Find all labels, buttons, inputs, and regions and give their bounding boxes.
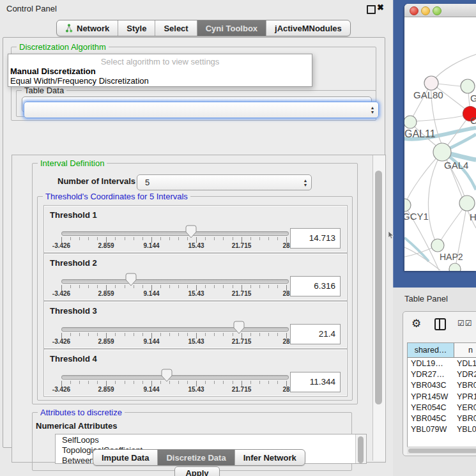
threshold-1-value-field[interactable]: 14.713 bbox=[290, 228, 341, 249]
tick-label: 9.144 bbox=[143, 386, 159, 393]
node-label-hap2: HAP2 bbox=[440, 252, 463, 262]
tab-network[interactable]: Network bbox=[57, 20, 118, 36]
tick-label: 2.859 bbox=[98, 386, 114, 393]
tick-label: -3.426 bbox=[52, 242, 70, 249]
table-row[interactable]: YDR27… YDR2 bbox=[408, 369, 476, 380]
tab-jactivemnodules[interactable]: jActiveMNodules bbox=[266, 20, 350, 36]
node-label-gal4: GAL4 bbox=[444, 160, 468, 171]
node-gcy1[interactable] bbox=[404, 199, 411, 211]
apply-button[interactable]: Apply bbox=[174, 466, 220, 476]
node-top-right[interactable] bbox=[461, 79, 475, 93]
list-item[interactable]: SelfLoops bbox=[56, 434, 366, 445]
tick-label: 15.43 bbox=[188, 242, 204, 249]
threshold-1-panel: Threshold 1 -3.4262.8599.14415.4321.7152… bbox=[43, 205, 348, 253]
tick-label: 9.144 bbox=[143, 290, 159, 297]
close-traffic-light-icon[interactable] bbox=[410, 6, 418, 15]
threshold-2-slider[interactable] bbox=[61, 279, 289, 284]
network-graph: GAL80 GA C GAL11 GAL4 GCY1 H HAP2 bbox=[404, 17, 476, 271]
tab-style[interactable]: Style bbox=[118, 20, 155, 36]
table-row[interactable]: YBL079W YBL0 bbox=[408, 424, 476, 435]
algorithm-combobox[interactable]: ▲▼ bbox=[24, 102, 379, 118]
threshold-4-slider-thumb[interactable] bbox=[161, 369, 173, 382]
tick-label: 28 bbox=[282, 338, 289, 345]
control-panel-titlebar: Control Panel ✖ bbox=[0, 0, 394, 17]
tick-label: 9.144 bbox=[143, 242, 159, 249]
tick-label: 15.43 bbox=[188, 290, 204, 297]
popup-hint: Select algorithm to view settings bbox=[8, 57, 312, 66]
node-gal11[interactable] bbox=[404, 116, 417, 128]
cyni-toolbox-content: Discretization Algorithm ▲▼ Table Data g… bbox=[3, 37, 385, 448]
tab-impute-data[interactable]: Impute Data bbox=[93, 450, 158, 465]
select-columns-icon[interactable]: ☑☑ bbox=[457, 319, 473, 328]
network-canvas[interactable]: GAL80 GA C GAL11 GAL4 GCY1 H HAP2 bbox=[404, 17, 476, 271]
table-row[interactable]: YER054C YER0 bbox=[408, 402, 476, 413]
table-data-label: Table Data bbox=[22, 86, 66, 95]
tick-label: 28 bbox=[282, 290, 289, 297]
threshold-1-slider-thumb[interactable] bbox=[185, 225, 197, 238]
close-icon[interactable]: ✖ bbox=[377, 3, 384, 12]
column-header-shared-name[interactable]: shared… bbox=[408, 343, 454, 357]
screen: Control Panel ✖ Network Style Select Cyn… bbox=[0, 0, 476, 476]
table-row[interactable]: YBR045C YBR0 bbox=[408, 413, 476, 424]
threshold-2-value-field[interactable]: 6.316 bbox=[290, 276, 341, 296]
tick-label: 28 bbox=[282, 386, 289, 393]
tick-label: -3.426 bbox=[52, 338, 70, 345]
list-scrollbar[interactable] bbox=[355, 434, 366, 463]
gear-icon[interactable]: ⚙ bbox=[411, 317, 421, 330]
tick-label: 21.715 bbox=[232, 290, 252, 297]
number-of-intervals-label: Number of Intervals bbox=[58, 176, 135, 186]
float-window-icon[interactable] bbox=[367, 5, 376, 14]
threshold-4-label: Threshold 4 bbox=[50, 354, 97, 364]
network-view-window[interactable]: GAL80 GA C GAL11 GAL4 GCY1 H HAP2 bbox=[404, 4, 476, 271]
table-row[interactable]: YDL19… YDL1 bbox=[408, 358, 476, 369]
panel-title: Control Panel bbox=[6, 4, 57, 13]
threshold-1-slider[interactable] bbox=[61, 231, 289, 236]
threshold-4-slider[interactable] bbox=[61, 375, 289, 380]
scrollbar-thumb[interactable] bbox=[375, 171, 382, 404]
numerical-attributes-label: Numerical Attributes bbox=[36, 421, 117, 431]
scrollbar-thumb[interactable] bbox=[408, 449, 476, 453]
network-window-titlebar[interactable] bbox=[404, 4, 476, 17]
node-bottom-partial[interactable] bbox=[449, 263, 461, 271]
table-header-row: shared… n bbox=[408, 343, 476, 358]
menu-item-manual-discretization[interactable]: Manual Discretization bbox=[10, 66, 96, 76]
discretization-algorithm-label: Discretization Algorithm bbox=[17, 42, 109, 52]
table-row[interactable]: YPR145W YPR1 bbox=[408, 391, 476, 402]
minimize-traffic-light-icon[interactable] bbox=[421, 6, 430, 15]
column-header-name[interactable]: n bbox=[454, 343, 476, 357]
tab-infer-network[interactable]: Infer Network bbox=[235, 450, 305, 465]
tick-label: 21.715 bbox=[232, 338, 252, 345]
settings-scroll-viewport: Interval Definition Number of Intervals … bbox=[12, 155, 386, 463]
table-horizontal-scrollbar[interactable] bbox=[407, 447, 476, 454]
number-of-intervals-combobox[interactable]: 5 ▲▼ bbox=[137, 174, 312, 190]
tab-cyni-toolbox[interactable]: Cyni Toolbox bbox=[197, 20, 266, 36]
tick-label: 2.859 bbox=[98, 338, 114, 345]
node-gal80[interactable] bbox=[424, 76, 438, 90]
threshold-3-slider[interactable] bbox=[61, 327, 289, 332]
settings-vertical-scrollbar[interactable] bbox=[372, 155, 385, 461]
node-label-cut-mid: C bbox=[470, 115, 476, 126]
threshold-3-slider-thumb[interactable] bbox=[233, 321, 245, 334]
node-gal4[interactable] bbox=[433, 143, 451, 161]
node-label-cut-top: GA bbox=[470, 93, 476, 104]
threshold-4-value-field[interactable]: 11.344 bbox=[290, 372, 341, 392]
threshold-3-value-field[interactable]: 21.4 bbox=[290, 324, 341, 344]
node-h[interactable] bbox=[459, 196, 475, 211]
tab-discretize-data[interactable]: Discretize Data bbox=[158, 450, 234, 465]
menu-item-equal-width-frequency[interactable]: Equal Width/Frequency Discretization bbox=[10, 76, 149, 86]
threshold-2-slider-thumb[interactable] bbox=[125, 273, 137, 286]
table-body: YDL19… YDL1 YDR27… YDR2 YBR043C YBR0 YPR… bbox=[408, 358, 476, 436]
zoom-traffic-light-icon[interactable] bbox=[433, 6, 441, 15]
threshold-4-panel: Threshold 4 -3.4262.8599.14415.4321.7152… bbox=[43, 349, 348, 397]
columns-icon[interactable] bbox=[434, 318, 446, 330]
table-row[interactable]: YBR043C YBR0 bbox=[408, 380, 476, 391]
threshold-2-panel: Threshold 2 -3.4262.8599.14415.4321.7152… bbox=[43, 253, 348, 301]
table-panel: ⚙ ☑☑ shared… n YDL19… YDL1 YDR27… YDR2 Y… bbox=[403, 311, 476, 456]
tick-label: 15.43 bbox=[188, 386, 204, 393]
node-table[interactable]: shared… n YDL19… YDL1 YDR27… YDR2 YBR043… bbox=[407, 342, 476, 447]
table-row[interactable]: YLR345W YLR3 bbox=[408, 435, 476, 436]
mouse-cursor bbox=[388, 231, 394, 239]
bottom-tab-bar: Impute Data Discretize Data Infer Networ… bbox=[93, 449, 305, 466]
tab-select[interactable]: Select bbox=[155, 20, 197, 36]
node-hap2[interactable] bbox=[431, 239, 444, 252]
